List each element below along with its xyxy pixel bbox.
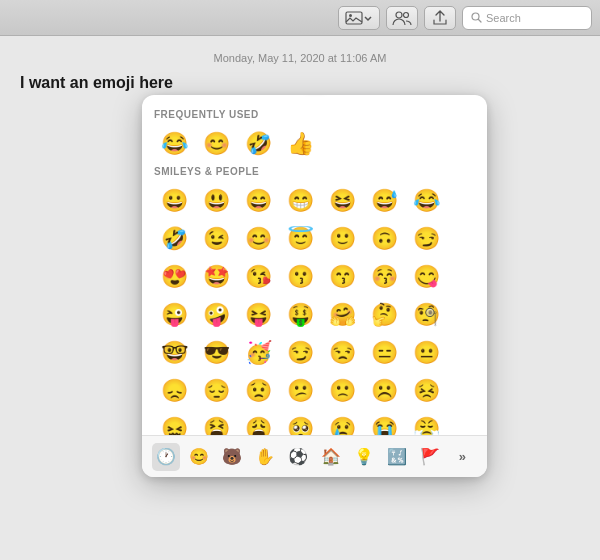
emoji-smile[interactable]: 😊 xyxy=(196,126,236,162)
emoji-grinning[interactable]: 😀 xyxy=(154,183,194,219)
people-icon-button[interactable] xyxy=(386,6,418,30)
emoji-yum[interactable]: 😋 xyxy=(406,259,446,295)
emoji-sweat-smile[interactable]: 😅 xyxy=(364,183,404,219)
symbols-category-btn[interactable]: 💡 xyxy=(350,443,378,471)
picker-body[interactable]: FREQUENTLY USED 😂 😊 🤣 👍 SMILEYS & PEOPLE… xyxy=(142,95,487,435)
frequently-used-label: FREQUENTLY USED xyxy=(154,109,475,120)
emoji-confused[interactable]: 😕 xyxy=(280,373,320,409)
emoji-smiley[interactable]: 😃 xyxy=(196,183,236,219)
emoji-confounded[interactable]: 😖 xyxy=(154,411,194,435)
emoji-wink[interactable]: 😉 xyxy=(196,221,236,257)
svg-line-5 xyxy=(479,20,482,23)
flags-category-btn[interactable]: 🚩 xyxy=(416,443,444,471)
emoji-stuck-out-tongue-wink[interactable]: 😜 xyxy=(154,297,194,333)
message-text: I want an emoji here xyxy=(20,74,580,92)
emoji-pleading[interactable]: 🥺 xyxy=(280,411,320,435)
smiley-category-btn[interactable]: 😊 xyxy=(185,443,213,471)
search-bar[interactable]: Search xyxy=(462,6,592,30)
svg-point-1 xyxy=(349,14,352,17)
emoji-kissing-heart[interactable]: 😘 xyxy=(238,259,278,295)
emoji-zany[interactable]: 🤪 xyxy=(196,297,236,333)
emoji-cry[interactable]: 😢 xyxy=(322,411,362,435)
emoji-innocent[interactable]: 😇 xyxy=(280,221,320,257)
emoji-smile2[interactable]: 😄 xyxy=(238,183,278,219)
svg-rect-0 xyxy=(346,12,362,24)
emoji-heart-eyes[interactable]: 😍 xyxy=(154,259,194,295)
smiley-row-3: 😍 🤩 😘 😗 😙 😚 😋 xyxy=(154,259,475,295)
picker-footer: 🕐 😊 🐻 ✋ ⚽ 🏠 💡 🔣 🚩 » xyxy=(142,435,487,477)
objects-category-btn[interactable]: 🏠 xyxy=(317,443,345,471)
emoji-hugging[interactable]: 🤗 xyxy=(322,297,362,333)
svg-point-4 xyxy=(472,13,479,20)
hands-category-btn[interactable]: ✋ xyxy=(251,443,279,471)
emoji-picker: FREQUENTLY USED 😂 😊 🤣 👍 SMILEYS & PEOPLE… xyxy=(142,95,487,477)
smiley-row-2: 🤣 😉 😊 😇 🙂 🙃 😏 xyxy=(154,221,475,257)
emoji-joy[interactable]: 😂 xyxy=(406,183,446,219)
smileys-label: SMILEYS & PEOPLE xyxy=(154,166,475,177)
emoji-sob[interactable]: 😭 xyxy=(364,411,404,435)
emoji-neutral[interactable]: 😐 xyxy=(406,335,446,371)
smiley-row-7: 😖 😫 😩 🥺 😢 😭 😤 xyxy=(154,411,475,435)
emoji-money-mouth[interactable]: 🤑 xyxy=(280,297,320,333)
emoji-rofl[interactable]: 🤣 xyxy=(238,126,278,162)
emoji-upside-down[interactable]: 🙃 xyxy=(364,221,404,257)
emoji-thumbsup[interactable]: 👍 xyxy=(280,126,320,162)
emoji-tired[interactable]: 😫 xyxy=(196,411,236,435)
emoji-persevering[interactable]: 😣 xyxy=(406,373,446,409)
date-label: Monday, May 11, 2020 at 11:06 AM xyxy=(20,52,580,64)
emoji-kissing-smiling[interactable]: 😙 xyxy=(322,259,362,295)
smiley-row-4: 😜 🤪 😝 🤑 🤗 🤔 🧐 xyxy=(154,297,475,333)
recent-category-btn[interactable]: 🕐 xyxy=(152,443,180,471)
emoji-kissing[interactable]: 😗 xyxy=(280,259,320,295)
emoji-frowning[interactable]: ☹️ xyxy=(364,373,404,409)
share-icon-button[interactable] xyxy=(424,6,456,30)
smiley-row-5: 🤓 😎 🥳 😏 😒 😑 😐 xyxy=(154,335,475,371)
emoji-rofl2[interactable]: 🤣 xyxy=(154,221,194,257)
smiley-row-6: 😞 😔 😟 😕 🙁 ☹️ 😣 xyxy=(154,373,475,409)
emoji-laughing2[interactable]: 😆 xyxy=(322,183,362,219)
emoji-angry[interactable]: 😤 xyxy=(406,411,446,435)
svg-point-3 xyxy=(404,12,409,17)
search-placeholder: Search xyxy=(486,12,521,24)
emoji-nerd[interactable]: 🤓 xyxy=(154,335,194,371)
emoji-sunglasses[interactable]: 😎 xyxy=(196,335,236,371)
emoji-slightly-frowning[interactable]: 🙁 xyxy=(322,373,362,409)
emoji-thinking[interactable]: 🤔 xyxy=(364,297,404,333)
emoji-laughing[interactable]: 😂 xyxy=(154,126,194,162)
emoji-expressionless[interactable]: 😑 xyxy=(364,335,404,371)
emoji-disappointed[interactable]: 😞 xyxy=(154,373,194,409)
emoji-grin[interactable]: 😁 xyxy=(280,183,320,219)
image-icon-button[interactable] xyxy=(338,6,380,30)
smiley-row-1: 😀 😃 😄 😁 😆 😅 😂 xyxy=(154,183,475,219)
emoji-unamused[interactable]: 😒 xyxy=(322,335,362,371)
svg-point-2 xyxy=(396,12,402,18)
emoji-worried[interactable]: 😟 xyxy=(238,373,278,409)
sports-category-btn[interactable]: ⚽ xyxy=(284,443,312,471)
emoji-blush[interactable]: 😊 xyxy=(238,221,278,257)
animals-category-btn[interactable]: 🐻 xyxy=(218,443,246,471)
emoji-stuck-out-tongue-closed[interactable]: 😝 xyxy=(238,297,278,333)
more-category-btn[interactable]: » xyxy=(448,443,476,471)
toolbar: Search xyxy=(0,0,600,36)
emoji-weary[interactable]: 😩 xyxy=(238,411,278,435)
emoji-slightly-smiling[interactable]: 🙂 xyxy=(322,221,362,257)
emoji-partying[interactable]: 🥳 xyxy=(238,335,278,371)
emoji-pensive[interactable]: 😔 xyxy=(196,373,236,409)
symbols2-category-btn[interactable]: 🔣 xyxy=(383,443,411,471)
emoji-smirk[interactable]: 😏 xyxy=(406,221,446,257)
frequently-used-row: 😂 😊 🤣 👍 xyxy=(154,126,475,162)
emoji-smirk2[interactable]: 😏 xyxy=(280,335,320,371)
emoji-monocle[interactable]: 🧐 xyxy=(406,297,446,333)
emoji-star-struck[interactable]: 🤩 xyxy=(196,259,236,295)
emoji-kissing-closed[interactable]: 😚 xyxy=(364,259,404,295)
